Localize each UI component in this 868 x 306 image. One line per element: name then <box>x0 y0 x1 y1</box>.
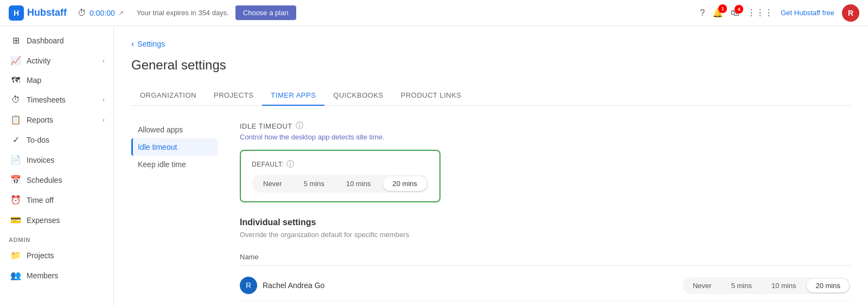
table-row: R Rachel Andrea Go Never 5 mins 10 mins … <box>240 270 851 301</box>
page-title: General settings <box>131 58 851 73</box>
chevron-icon: ‹ <box>103 96 105 104</box>
timesheets-icon: ⏱ <box>10 95 21 105</box>
default-info-icon[interactable]: ⓘ <box>286 160 295 169</box>
apps-grid-icon[interactable]: ⋮⋮⋮ <box>747 8 773 18</box>
sidebar-item-projects[interactable]: 📁 Projects <box>0 245 113 265</box>
default-timeout-options: Never 5 mins 10 mins 20 mins <box>252 175 429 193</box>
individual-settings-title: Individual settings <box>240 218 851 227</box>
sidebar-item-label: Invoices <box>27 156 105 164</box>
timer-expand-icon[interactable]: ↗ <box>118 9 124 17</box>
settings-nav: Allowed apps Idle timeout Keep idle time <box>131 121 218 301</box>
layout: ⊞ Dashboard 📈 Activity ‹ 🗺 Map ⏱ Timeshe… <box>0 26 868 306</box>
topbar: H Hubstaff ⏱ 0:00:00 ↗ Your trial expire… <box>0 0 868 26</box>
topbar-actions: ? 🔔 1 🛍 4 ⋮⋮⋮ Get Hubstaff free R <box>700 4 859 22</box>
chevron-icon: ‹ <box>103 57 105 65</box>
member-avatar-letter: R <box>246 281 251 290</box>
chevron-icon: ‹ <box>103 116 105 124</box>
tab-projects[interactable]: PROJECTS <box>205 86 262 106</box>
get-hubstaff-free-link[interactable]: Get Hubstaff free <box>781 9 834 17</box>
individual-settings-section: Individual settings Override the organiz… <box>240 218 851 301</box>
invoices-icon: 📄 <box>10 155 21 165</box>
help-icon[interactable]: ? <box>700 8 705 18</box>
updates-badge: 4 <box>735 5 743 14</box>
sidebar-item-label: Map <box>27 76 105 85</box>
notifications-badge: 1 <box>718 4 727 13</box>
default-timeout-box: DEFAULT: ⓘ Never 5 mins 10 mins 20 mins <box>240 150 441 202</box>
info-icon[interactable]: ⓘ <box>296 121 304 131</box>
sidebar-item-dashboard[interactable]: ⊞ Dashboard <box>0 30 113 50</box>
projects-icon: 📁 <box>10 250 21 260</box>
tab-product-links[interactable]: PRODUCT LINKS <box>392 86 470 106</box>
sidebar-item-timesheets[interactable]: ⏱ Timesheets ‹ <box>0 90 113 110</box>
timeout-option-never[interactable]: Never <box>253 176 292 191</box>
updates-icon[interactable]: 🛍 4 <box>731 8 739 18</box>
notifications-icon[interactable]: 🔔 1 <box>712 8 723 18</box>
timeout-option-20mins[interactable]: 20 mins <box>383 176 427 191</box>
timeout-option-5mins[interactable]: 5 mins <box>294 176 334 191</box>
member-info: R Rachel Andrea Go <box>240 277 682 294</box>
sidebar-item-label: Reports <box>27 116 97 124</box>
sidebar-item-label: Members <box>27 271 105 280</box>
default-label-text: DEFAULT: <box>252 161 284 168</box>
admin-section-label: ADMIN <box>0 230 113 245</box>
member-timeout-never[interactable]: Never <box>684 279 720 292</box>
user-avatar[interactable]: R <box>842 4 859 22</box>
sidebar-item-map[interactable]: 🗺 Map <box>0 71 113 90</box>
timeoff-icon: ⏰ <box>10 195 21 205</box>
default-label: DEFAULT: ⓘ <box>252 160 429 169</box>
tabs: ORGANIZATION PROJECTS TIMER APPS QUICKBO… <box>131 86 851 106</box>
logo-text: Hubstaff <box>27 7 67 18</box>
settings-nav-allowed-apps[interactable]: Allowed apps <box>131 121 218 138</box>
main-content: ‹ Settings General settings ORGANIZATION… <box>114 26 868 306</box>
member-avatar: R <box>240 277 257 294</box>
expenses-icon: 💳 <box>10 215 21 225</box>
member-timeout-10mins[interactable]: 10 mins <box>763 279 805 292</box>
sidebar-item-label: Timesheets <box>27 95 97 104</box>
sidebar-item-members[interactable]: 👥 Members <box>0 265 113 285</box>
activity-icon: 📈 <box>10 55 21 66</box>
sidebar-item-label: Activity <box>27 56 97 65</box>
sidebar-item-label: Expenses <box>27 216 105 225</box>
table-header-name: Name <box>240 248 851 266</box>
sidebar-item-label: Schedules <box>27 176 105 184</box>
member-timeout-options: Never 5 mins 10 mins 20 mins <box>682 277 851 294</box>
logo[interactable]: H Hubstaff <box>9 5 67 21</box>
member-timeout-20mins[interactable]: 20 mins <box>807 279 849 292</box>
timer-display[interactable]: ⏱ 0:00:00 ↗ <box>78 8 124 18</box>
members-icon: 👥 <box>10 270 21 280</box>
sidebar-item-label: Projects <box>27 251 105 260</box>
settings-nav-keep-idle-time[interactable]: Keep idle time <box>131 156 218 173</box>
sidebar-item-timeoff[interactable]: ⏰ Time off <box>0 190 113 210</box>
dashboard-icon: ⊞ <box>10 35 21 46</box>
member-timeout-5mins[interactable]: 5 mins <box>723 279 761 292</box>
logo-icon: H <box>9 5 24 21</box>
timeout-option-10mins[interactable]: 10 mins <box>336 176 381 191</box>
sidebar-item-label: Dashboard <box>27 36 105 45</box>
back-arrow-icon: ‹ <box>131 39 134 49</box>
todos-icon: ✓ <box>10 135 21 145</box>
tab-organization[interactable]: ORGANIZATION <box>131 86 205 106</box>
idle-timeout-title-text: IDLE TIMEOUT <box>240 122 292 130</box>
timer-value: 0:00:00 <box>90 9 115 17</box>
idle-timeout-heading: IDLE TIMEOUT ⓘ <box>240 121 851 131</box>
map-icon: 🗺 <box>10 75 21 85</box>
sidebar-item-invoices[interactable]: 📄 Invoices <box>0 150 113 170</box>
sidebar-item-reports[interactable]: 📋 Reports ‹ <box>0 110 113 130</box>
settings-nav-idle-timeout[interactable]: Idle timeout <box>131 138 218 156</box>
sidebar-item-schedules[interactable]: 📅 Schedules <box>0 170 113 190</box>
sidebar-item-expenses[interactable]: 💳 Expenses <box>0 210 113 230</box>
tab-quickbooks[interactable]: QUICKBOOKS <box>324 86 392 106</box>
sidebar-item-todos[interactable]: ✓ To-dos <box>0 130 113 150</box>
schedules-icon: 📅 <box>10 175 21 185</box>
breadcrumb[interactable]: ‹ Settings <box>131 39 851 49</box>
tab-timer-apps[interactable]: TIMER APPS <box>262 86 324 106</box>
settings-panel: IDLE TIMEOUT ⓘ Control how the desktop a… <box>240 121 851 301</box>
idle-timeout-description: Control how the desktop app detects idle… <box>240 133 851 141</box>
reports-icon: 📋 <box>10 114 21 125</box>
settings-body: Allowed apps Idle timeout Keep idle time… <box>131 121 851 301</box>
sidebar-item-label: To-dos <box>27 136 105 144</box>
trial-text: Your trial expires in 354 days. <box>137 9 229 17</box>
sidebar-item-activity[interactable]: 📈 Activity ‹ <box>0 50 113 71</box>
sidebar-item-label: Time off <box>27 196 105 205</box>
choose-plan-button[interactable]: Choose a plan <box>235 5 296 20</box>
